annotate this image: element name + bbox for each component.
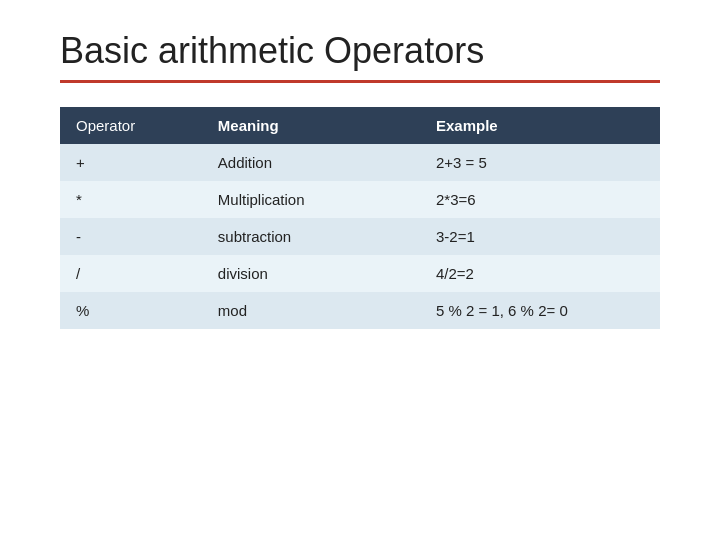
cell-meaning: subtraction bbox=[202, 218, 420, 255]
table-row: %mod5 % 2 = 1, 6 % 2= 0 bbox=[60, 292, 660, 329]
main-page: Basic arithmetic Operators Operator Mean… bbox=[0, 0, 720, 540]
table-header-row: Operator Meaning Example bbox=[60, 107, 660, 144]
title-divider bbox=[60, 80, 660, 83]
cell-example: 4/2=2 bbox=[420, 255, 660, 292]
operators-table: Operator Meaning Example +Addition2+3 = … bbox=[60, 107, 660, 329]
table-container: Operator Meaning Example +Addition2+3 = … bbox=[60, 107, 660, 329]
cell-operator: % bbox=[60, 292, 202, 329]
cell-meaning: Multiplication bbox=[202, 181, 420, 218]
col-header-operator: Operator bbox=[60, 107, 202, 144]
table-row: +Addition2+3 = 5 bbox=[60, 144, 660, 181]
cell-example: 2+3 = 5 bbox=[420, 144, 660, 181]
page-title: Basic arithmetic Operators bbox=[60, 30, 660, 72]
cell-meaning: division bbox=[202, 255, 420, 292]
cell-operator: * bbox=[60, 181, 202, 218]
table-row: /division4/2=2 bbox=[60, 255, 660, 292]
cell-operator: + bbox=[60, 144, 202, 181]
cell-operator: - bbox=[60, 218, 202, 255]
cell-meaning: Addition bbox=[202, 144, 420, 181]
cell-example: 3-2=1 bbox=[420, 218, 660, 255]
col-header-example: Example bbox=[420, 107, 660, 144]
cell-example: 5 % 2 = 1, 6 % 2= 0 bbox=[420, 292, 660, 329]
title-section: Basic arithmetic Operators bbox=[60, 30, 660, 83]
cell-meaning: mod bbox=[202, 292, 420, 329]
cell-example: 2*3=6 bbox=[420, 181, 660, 218]
table-row: -subtraction3-2=1 bbox=[60, 218, 660, 255]
col-header-meaning: Meaning bbox=[202, 107, 420, 144]
table-row: *Multiplication2*3=6 bbox=[60, 181, 660, 218]
cell-operator: / bbox=[60, 255, 202, 292]
